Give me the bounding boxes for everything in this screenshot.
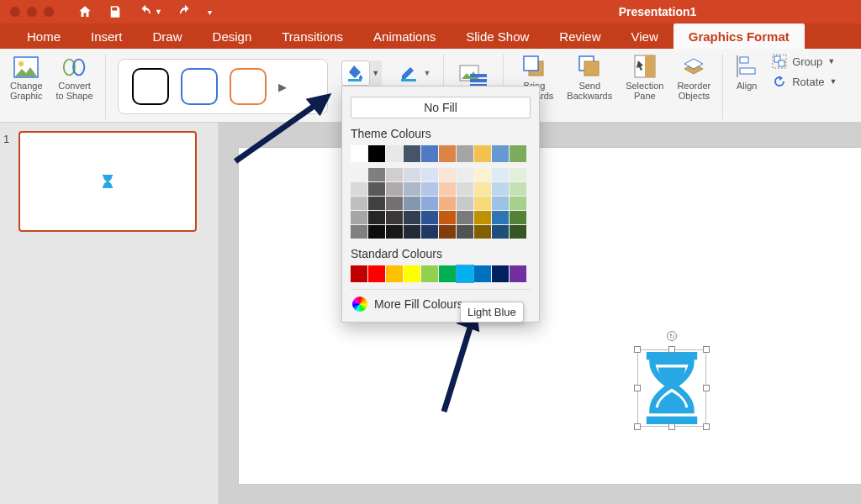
home-icon[interactable] [77,4,92,19]
color-swatch[interactable] [351,211,367,224]
color-swatch[interactable] [439,145,456,162]
color-swatch[interactable] [368,145,385,162]
color-swatch[interactable] [421,211,438,224]
color-swatch[interactable] [404,265,420,282]
color-swatch[interactable] [457,182,473,196]
color-swatch[interactable] [368,168,385,181]
color-swatch[interactable] [510,182,526,196]
color-swatch[interactable] [368,182,385,196]
resize-handle[interactable] [703,346,710,353]
color-swatch[interactable] [404,182,420,196]
color-swatch[interactable] [368,265,385,282]
color-swatch[interactable] [351,168,367,181]
style-preset-2[interactable] [181,68,218,105]
no-fill-button[interactable]: No Fill [351,97,531,118]
color-swatch[interactable] [439,265,456,282]
color-swatch[interactable] [386,182,403,196]
color-swatch[interactable] [510,211,526,224]
window-controls[interactable] [10,7,54,17]
slide-canvas[interactable]: ↻ [239,148,861,484]
color-swatch[interactable] [492,197,509,210]
resize-handle[interactable] [703,385,710,391]
minimize-window-icon[interactable] [27,7,37,17]
color-swatch[interactable] [457,168,473,181]
color-swatch[interactable] [404,197,420,210]
color-swatch[interactable] [510,225,526,239]
tab-home[interactable]: Home [12,24,76,49]
slide-thumbnail-1[interactable] [18,131,197,232]
color-swatch[interactable] [421,182,438,196]
zoom-window-icon[interactable] [44,7,54,17]
graphics-fill-dropdown[interactable]: ▼ [370,60,382,86]
rotate-button[interactable]: Rotate▼ [772,74,837,89]
tab-animations[interactable]: Animations [358,24,451,49]
redo-icon[interactable] [177,4,193,19]
color-swatch[interactable] [474,225,491,239]
resize-handle[interactable] [634,423,641,430]
resize-handle[interactable] [703,423,710,430]
color-swatch[interactable] [457,265,473,282]
color-swatch[interactable] [368,197,385,210]
tab-design[interactable]: Design [198,24,267,49]
chevron-down-icon[interactable]: ▼ [424,69,431,77]
color-swatch[interactable] [404,225,420,239]
graphics-fill-button[interactable] [341,60,370,86]
tab-slide-show[interactable]: Slide Show [451,24,544,49]
selection-pane-button[interactable]: Selection Pane [626,54,663,101]
color-swatch[interactable] [457,145,473,162]
group-button[interactable]: Group▼ [772,54,837,69]
color-swatch[interactable] [351,265,367,282]
resize-handle[interactable] [634,385,641,391]
color-swatch[interactable] [351,182,367,196]
color-swatch[interactable] [386,265,403,282]
rotation-handle[interactable]: ↻ [667,331,677,341]
color-swatch[interactable] [421,168,438,181]
color-swatch[interactable] [492,225,509,239]
color-swatch[interactable] [510,265,526,282]
color-swatch[interactable] [421,265,438,282]
selected-graphic[interactable]: ↻ [637,349,706,427]
slide-editor[interactable]: ↻ [219,123,861,504]
color-swatch[interactable] [421,145,438,162]
color-swatch[interactable] [510,145,526,162]
color-swatch[interactable] [386,197,403,210]
graphics-outline-button[interactable] [395,60,424,86]
resize-handle[interactable] [634,346,641,353]
color-swatch[interactable] [421,197,438,210]
convert-to-shape-button[interactable]: Convert to Shape [56,54,93,101]
color-swatch[interactable] [386,168,403,181]
color-swatch[interactable] [404,145,420,162]
qat-customize-icon[interactable]: ▾ [208,8,212,17]
color-swatch[interactable] [351,145,367,162]
color-swatch[interactable] [474,211,491,224]
color-swatch[interactable] [492,182,509,196]
tab-review[interactable]: Review [544,24,615,49]
color-swatch[interactable] [439,225,456,239]
color-swatch[interactable] [474,197,491,210]
slide-thumbnail-pane[interactable]: 1 [0,123,219,504]
reorder-objects-button[interactable]: Reorder Objects [677,54,710,101]
color-swatch[interactable] [510,197,526,210]
color-swatch[interactable] [368,225,385,239]
color-swatch[interactable] [510,168,526,181]
tab-draw[interactable]: Draw [138,24,198,49]
align-button[interactable]: Align [735,54,758,91]
color-swatch[interactable] [492,211,509,224]
color-swatch[interactable] [474,145,491,162]
change-graphic-button[interactable]: Change Graphic [10,54,43,101]
color-swatch[interactable] [421,225,438,239]
color-swatch[interactable] [457,211,473,224]
color-swatch[interactable] [386,211,403,224]
save-icon[interactable] [108,4,123,19]
color-swatch[interactable] [351,225,367,239]
color-swatch[interactable] [492,265,509,282]
undo-button[interactable]: ▼ [138,4,162,19]
color-swatch[interactable] [474,265,491,282]
resize-handle[interactable] [668,423,675,430]
send-backwards-button[interactable]: Send Backwards [567,54,612,101]
color-swatch[interactable] [386,225,403,239]
style-preset-1[interactable] [132,68,169,105]
color-swatch[interactable] [386,145,403,162]
color-swatch[interactable] [368,211,385,224]
tab-transitions[interactable]: Transitions [267,24,358,49]
